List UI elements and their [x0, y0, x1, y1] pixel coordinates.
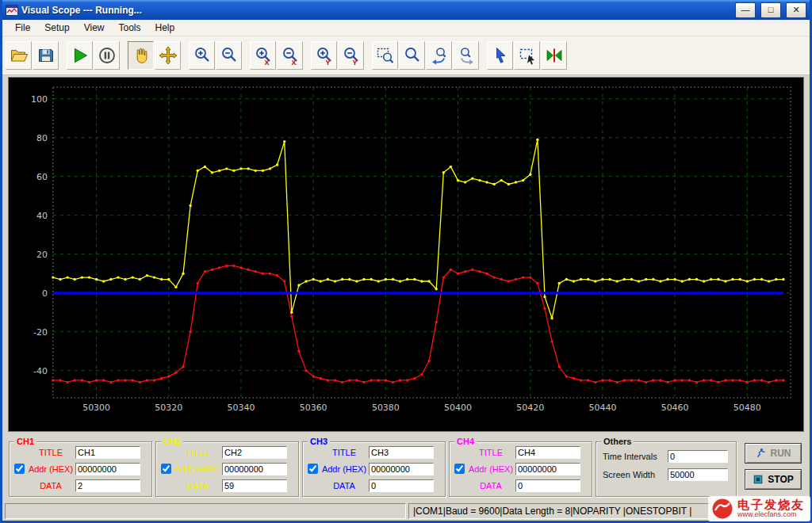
channel-group-ch2: CH2 TITLE Addr (HEX) DATA	[155, 441, 299, 497]
channel-name-label: CH2	[161, 436, 183, 447]
svg-text:50400: 50400	[444, 403, 472, 413]
channel-data-input[interactable]	[222, 479, 287, 492]
channel-title-label: TITLE	[173, 448, 222, 457]
pan-hand-button[interactable]	[128, 41, 154, 70]
zoom-window-icon	[376, 46, 395, 65]
zoom-full-button[interactable]	[399, 41, 425, 70]
others-legend: Others	[601, 436, 634, 447]
svg-text:80: 80	[36, 133, 48, 143]
channel-addr-checkbox[interactable]	[161, 464, 171, 474]
stop-square-icon	[753, 474, 764, 485]
channel-title-input[interactable]	[369, 446, 434, 459]
title-bar[interactable]: Visual Scope --- Running... — □ ✕	[2, 0, 810, 20]
menu-bar: FileSetupViewToolsHelp	[2, 20, 810, 36]
cursor-markers-button[interactable]	[541, 41, 567, 70]
zoom-in-icon	[193, 46, 212, 65]
channel-addr-input[interactable]	[515, 463, 580, 475]
channel-addr-checkbox[interactable]	[308, 464, 318, 474]
channel-addr-label: Addr (HEX)	[466, 464, 515, 474]
pointer-button[interactable]	[487, 41, 513, 70]
undo-zoom-button[interactable]	[426, 41, 452, 70]
select-region-button[interactable]	[514, 41, 540, 70]
close-button[interactable]: ✕	[786, 2, 806, 18]
scope-plot[interactable]: 5030050320503405036050380504005042050440…	[9, 78, 803, 431]
channel-addr-checkbox[interactable]	[14, 464, 25, 474]
zoom-out-button[interactable]	[216, 41, 242, 70]
channel-data-input[interactable]	[75, 479, 140, 492]
channel-data-label: DATA	[320, 481, 369, 491]
window-title: Visual Scope --- Running...	[21, 5, 730, 16]
zoom-in-button[interactable]	[189, 41, 215, 70]
menu-setup[interactable]: Setup	[37, 21, 76, 35]
channel-addr-input[interactable]	[222, 463, 287, 475]
move-view-button[interactable]	[155, 41, 181, 70]
run-button-label: RUN	[771, 448, 791, 459]
zoom-out-x-icon	[281, 46, 300, 65]
svg-text:50300: 50300	[82, 403, 110, 413]
save-file-button[interactable]	[33, 41, 59, 70]
channel-group-ch3: CH3 TITLE Addr (HEX) DATA	[302, 441, 446, 497]
channel-data-label: DATA	[173, 481, 222, 491]
stop-button[interactable]: STOP	[745, 469, 802, 490]
zoom-in-y-icon	[315, 46, 334, 65]
open-file-button[interactable]	[6, 41, 32, 70]
time-intervals-input[interactable]	[668, 450, 728, 463]
zoom-full-icon	[403, 46, 422, 65]
redo-zoom-icon	[457, 46, 476, 65]
channel-group-ch1: CH1 TITLE Addr (HEX) DATA	[9, 441, 152, 497]
zoom-in-x-button[interactable]	[250, 41, 276, 70]
menu-tools[interactable]: Tools	[112, 21, 148, 35]
channel-addr-label: Addr (HEX)	[26, 464, 75, 474]
channel-title-input[interactable]	[515, 446, 580, 459]
svg-text:40: 40	[36, 211, 48, 221]
channel-name-label: CH1	[14, 436, 36, 447]
svg-text:20: 20	[36, 250, 48, 260]
svg-text:0: 0	[42, 288, 48, 299]
redo-zoom-button[interactable]	[453, 41, 479, 70]
run-button[interactable]	[67, 41, 93, 70]
move-view-icon	[159, 46, 178, 65]
zoom-window-button[interactable]	[372, 41, 398, 70]
maximize-button[interactable]: □	[760, 2, 781, 18]
zoom-in-y-button[interactable]	[311, 41, 337, 70]
run-person-icon	[756, 448, 767, 459]
svg-text:50340: 50340	[228, 403, 255, 413]
minimize-button[interactable]: —	[735, 2, 756, 18]
zoom-out-x-button[interactable]	[277, 41, 303, 70]
menu-file[interactable]: File	[8, 21, 37, 35]
zoom-out-y-icon	[342, 46, 361, 65]
channel-addr-checkbox[interactable]	[454, 464, 465, 474]
undo-zoom-icon	[430, 46, 449, 65]
channel-addr-input[interactable]	[369, 463, 434, 475]
svg-text:50480: 50480	[733, 403, 761, 413]
pause-button[interactable]	[94, 41, 120, 70]
menu-view[interactable]: View	[77, 21, 112, 35]
run-button[interactable]: RUN	[745, 443, 802, 464]
status-bar: |COM1|Baud = 9600|Data Length = 8|NOPARI…	[2, 502, 810, 521]
svg-text:50460: 50460	[661, 403, 689, 413]
svg-text:60: 60	[36, 172, 48, 182]
pointer-icon	[491, 46, 510, 65]
app-icon	[6, 4, 18, 17]
svg-text:50320: 50320	[155, 403, 182, 413]
run-icon	[71, 46, 90, 65]
time-intervals-label: Time Intervals	[603, 452, 668, 461]
menu-help[interactable]: Help	[148, 21, 182, 35]
channel-group-ch4: CH4 TITLE Addr (HEX) DATA	[449, 441, 592, 497]
plot-area: 5030050320503405036050380504005042050440…	[8, 77, 804, 432]
channel-data-input[interactable]	[515, 479, 580, 492]
zoom-out-icon	[220, 46, 239, 65]
open-file-icon	[10, 46, 29, 65]
svg-text:50440: 50440	[589, 403, 617, 413]
elecfans-logo-icon	[711, 498, 733, 520]
channel-title-input[interactable]	[222, 446, 287, 459]
channel-title-label: TITLE	[320, 448, 369, 457]
channel-title-input[interactable]	[75, 446, 140, 459]
pan-hand-icon	[132, 46, 151, 65]
zoom-out-y-button[interactable]	[338, 41, 364, 70]
channel-addr-input[interactable]	[75, 463, 140, 475]
svg-text:50360: 50360	[300, 403, 327, 413]
status-left-panel	[5, 503, 406, 519]
screen-width-input[interactable]	[668, 468, 728, 481]
channel-data-input[interactable]	[369, 479, 434, 492]
